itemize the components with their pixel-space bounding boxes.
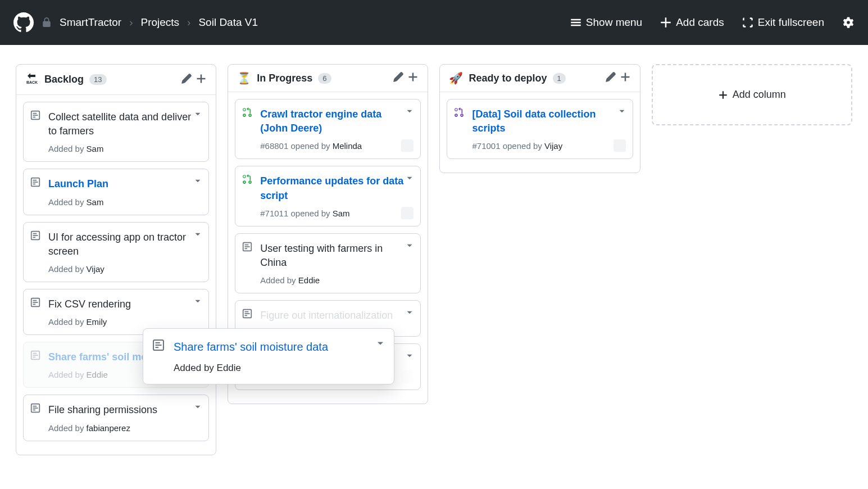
chevron-down-icon[interactable] <box>193 229 203 242</box>
column-title: Ready to deploy 1 <box>469 73 599 84</box>
card-title: Collect satellite data and deliver to fa… <box>48 110 199 138</box>
plus-icon <box>660 17 671 28</box>
lock-icon <box>42 17 52 28</box>
card-meta: Added by Vijay <box>48 264 199 274</box>
card-meta: Added by Eddie <box>174 363 384 374</box>
card[interactable]: Collect satellite data and deliver to fa… <box>23 102 209 162</box>
column-count-badge: 13 <box>89 74 106 85</box>
show-menu-button[interactable]: Show menu <box>570 16 642 29</box>
card-title: Performance updates for data script <box>260 174 411 202</box>
chevron-down-icon[interactable] <box>405 106 415 119</box>
breadcrumb-projects[interactable]: Projects <box>140 16 179 29</box>
pr-green-icon <box>242 174 252 187</box>
card-meta: Added by fabianperez <box>48 423 199 433</box>
note-icon <box>30 230 40 243</box>
column-title: In Progress 6 <box>257 73 387 84</box>
breadcrumb-separator: › <box>187 16 190 29</box>
add-card-button[interactable] <box>620 71 631 85</box>
column-header: BACK Backlog 13 <box>16 65 216 95</box>
edit-column-button[interactable] <box>181 73 192 87</box>
chevron-down-icon[interactable] <box>193 109 203 121</box>
card[interactable]: File sharing permissions Added by fabian… <box>23 395 209 441</box>
column: BACK Backlog 13 Collect satellite data a… <box>16 64 216 455</box>
header: SmartTractor › Projects › Soil Data V1 S… <box>0 0 868 45</box>
edit-column-button[interactable] <box>605 71 616 85</box>
chevron-down-icon[interactable] <box>375 338 386 351</box>
note-icon <box>152 339 165 354</box>
chevron-down-icon[interactable] <box>193 176 203 188</box>
card-title: UI for accessing app on tractor screen <box>48 230 199 259</box>
card-meta: #68801 opened by Melinda <box>260 141 411 151</box>
add-cards-button[interactable]: Add cards <box>660 16 724 29</box>
note-icon <box>30 110 40 123</box>
column-emoji-icon: 🚀 <box>449 71 463 85</box>
chevron-down-icon[interactable] <box>193 296 203 309</box>
column-emoji-icon: ⏳ <box>237 71 251 85</box>
chevron-down-icon[interactable] <box>617 106 627 119</box>
column-header: ⏳ In Progress 6 <box>228 65 428 92</box>
label-swatch <box>401 139 413 152</box>
card-meta: Added by Sam <box>48 144 199 153</box>
edit-column-button[interactable] <box>393 71 404 85</box>
column-body: [Data] Soil data collection scripts #710… <box>440 92 639 173</box>
add-card-button[interactable] <box>196 73 207 87</box>
pr-purple-icon <box>454 107 464 120</box>
column-count-badge: 1 <box>553 73 566 84</box>
card-meta: Added by Sam <box>48 197 199 207</box>
svg-text:BACK: BACK <box>26 80 38 84</box>
chevron-down-icon[interactable] <box>405 241 415 253</box>
card-title: File sharing permissions <box>48 403 199 417</box>
card-title: Fix CSV rendering <box>48 297 199 311</box>
add-card-button[interactable] <box>407 71 419 85</box>
note-icon <box>30 350 40 363</box>
card[interactable]: Launch Plan Added by Sam <box>23 169 209 215</box>
card-title: Launch Plan <box>48 177 199 191</box>
pr-green-icon <box>242 107 252 120</box>
header-right: Show menu Add cards Exit fullscreen <box>570 16 855 29</box>
exit-fullscreen-button[interactable]: Exit fullscreen <box>742 16 824 29</box>
column-header: 🚀 Ready to deploy 1 <box>440 65 639 92</box>
column-emoji-icon: BACK <box>25 71 39 88</box>
breadcrumb-separator: › <box>129 16 133 29</box>
card-meta: Added by Emily <box>48 317 199 327</box>
card-title: User testing with farmers in China <box>260 242 411 270</box>
chevron-down-icon[interactable] <box>405 307 415 320</box>
chevron-down-icon[interactable] <box>193 402 203 414</box>
column-title: Backlog 13 <box>44 74 175 85</box>
card[interactable]: Performance updates for data script #710… <box>235 166 421 226</box>
card[interactable]: UI for accessing app on tractor screen A… <box>23 222 209 282</box>
column: 🚀 Ready to deploy 1 [Data] Soil data col… <box>439 64 640 173</box>
card-meta: Added by Eddie <box>260 275 411 285</box>
card[interactable]: [Data] Soil data collection scripts #710… <box>447 99 633 159</box>
breadcrumb: SmartTractor › Projects › Soil Data V1 <box>42 16 258 29</box>
note-icon <box>242 242 252 254</box>
column-count-badge: 6 <box>318 73 331 84</box>
column-body: Collect satellite data and deliver to fa… <box>16 95 216 455</box>
card-meta: #71011 opened by Sam <box>260 209 411 218</box>
card-title: Figure out internationalization <box>260 309 411 323</box>
note-icon <box>30 403 40 415</box>
card[interactable]: Crawl tractor engine data (John Deere) #… <box>235 99 421 159</box>
card-title: Crawl tractor engine data (John Deere) <box>260 107 411 135</box>
chevron-down-icon[interactable] <box>405 351 415 363</box>
header-left: SmartTractor › Projects › Soil Data V1 <box>13 12 570 33</box>
label-swatch <box>401 370 413 383</box>
settings-gear-icon[interactable] <box>842 16 855 29</box>
card-meta: #71001 opened by Vijay <box>472 141 623 151</box>
add-column-button[interactable]: Add column <box>652 64 852 125</box>
label-swatch <box>401 207 413 219</box>
breadcrumb-repo[interactable]: SmartTractor <box>60 16 121 29</box>
note-icon <box>242 309 252 321</box>
card[interactable]: User testing with farmers in China Added… <box>235 233 421 293</box>
chevron-down-icon[interactable] <box>405 173 415 185</box>
card-title: [Data] Soil data collection scripts <box>472 107 623 135</box>
github-logo-icon[interactable] <box>13 12 34 33</box>
note-icon <box>30 297 40 310</box>
note-icon <box>30 177 40 189</box>
dragging-card[interactable]: Share farms' soil moisture data Added by… <box>143 328 394 384</box>
collapse-icon <box>742 17 753 28</box>
card-title: Share farms' soil moisture data <box>174 339 384 355</box>
label-swatch <box>613 139 626 152</box>
breadcrumb-project-name[interactable]: Soil Data V1 <box>198 16 258 29</box>
board: BACK Backlog 13 Collect satellite data a… <box>0 45 868 489</box>
